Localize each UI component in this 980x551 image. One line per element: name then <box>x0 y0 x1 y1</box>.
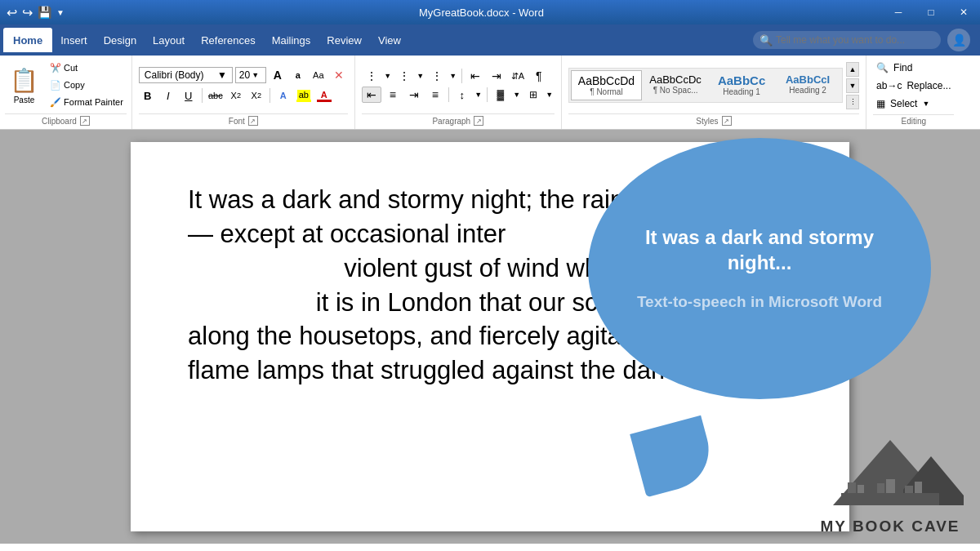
bullets-button[interactable]: ⋮ <box>362 68 381 84</box>
copy-button[interactable]: 📄 Copy <box>47 78 127 92</box>
editing-group: 🔍 Find ab→c Replace... ▦ Select ▼ Editin… <box>866 56 960 129</box>
grow-font-button[interactable]: A <box>269 66 287 84</box>
strikethrough-button[interactable]: abc <box>207 87 225 104</box>
search-icon: 🔍 <box>760 34 773 47</box>
line-spacing-button[interactable]: ↕ <box>452 87 472 103</box>
svg-rect-10 <box>915 482 922 493</box>
style-no-space[interactable]: AaBbCcDc ¶ No Spac... <box>643 70 708 100</box>
shading-dropdown[interactable]: ▼ <box>512 87 522 103</box>
clipboard-label: Clipboard <box>42 117 77 126</box>
style-normal[interactable]: AaBbCcDd ¶ Normal <box>571 70 642 100</box>
svg-rect-6 <box>877 483 884 493</box>
customize-icon[interactable]: ▼ <box>56 8 65 17</box>
font-group: Calibri (Body) ▼ 20 ▼ A a Aa ✕ B I U <box>132 56 355 129</box>
font-color-button[interactable]: A <box>315 87 333 104</box>
clipboard-expand[interactable]: ↗ <box>80 116 90 126</box>
sort-button[interactable]: ⇵A <box>508 68 528 84</box>
styles-expand[interactable]: ↗ <box>722 116 732 126</box>
font-label: Font <box>229 117 245 126</box>
tab-insert[interactable]: Insert <box>52 28 96 52</box>
svg-rect-5 <box>866 481 875 493</box>
numbering-button[interactable]: ⋮ <box>394 68 414 84</box>
styles-scroll-up[interactable]: ▲ <box>846 62 859 77</box>
paragraph-group: ⋮ ▼ ⋮ ▼ ⋮ ▼ ⇤ ⇥ ⇵A ¶ ⇤ ≡ ⇥ ≡ <box>355 56 562 129</box>
minimize-button[interactable]: ─ <box>882 0 915 24</box>
replace-button[interactable]: ab→c Replace... <box>873 78 954 93</box>
speech-bubble-container: It was a dark and stormy night... Text-t… <box>588 138 939 432</box>
svg-rect-3 <box>848 482 856 493</box>
shading-button[interactable]: ▓ <box>491 87 510 103</box>
speech-bubble: It was a dark and stormy night... Text-t… <box>588 138 931 399</box>
editing-label: Editing <box>901 117 926 126</box>
tell-me-search[interactable] <box>753 31 941 49</box>
svg-rect-7 <box>886 479 895 493</box>
multilevel-button[interactable]: ⋮ <box>427 68 447 84</box>
line-spacing-dropdown[interactable]: ▼ <box>474 87 483 103</box>
tab-view[interactable]: View <box>370 28 409 52</box>
style-heading1[interactable]: AaBbCc Heading 1 <box>709 70 774 100</box>
maximize-button[interactable]: □ <box>915 0 947 24</box>
title-bar-text: MyGreatBook.docx - Word <box>419 7 544 19</box>
svg-rect-2 <box>841 493 939 505</box>
font-expand[interactable]: ↗ <box>248 116 258 126</box>
svg-rect-8 <box>897 482 903 493</box>
paragraph-expand[interactable]: ↗ <box>474 116 483 126</box>
close-button[interactable]: ✕ <box>947 0 980 24</box>
svg-rect-4 <box>858 485 864 493</box>
tab-design[interactable]: Design <box>96 28 145 52</box>
tab-home[interactable]: Home <box>3 28 52 52</box>
paste-button[interactable]: 📋 Paste <box>5 64 43 108</box>
speech-bubble-line2: Text-to-speech in Microsoft Word <box>637 291 882 313</box>
change-case-button[interactable]: Aa <box>310 66 327 84</box>
subscript-button[interactable]: X2 <box>227 87 245 104</box>
clear-format-button[interactable]: ✕ <box>330 66 348 84</box>
logo-area: MY BOOK CAVE <box>817 432 964 535</box>
tab-review[interactable]: Review <box>318 28 370 52</box>
redo-icon[interactable]: ↪ <box>22 5 33 20</box>
save-icon[interactable]: 💾 <box>38 6 51 19</box>
borders-dropdown[interactable]: ▼ <box>545 87 555 103</box>
svg-rect-9 <box>905 486 913 493</box>
justify-button[interactable]: ≡ <box>425 87 445 103</box>
bullets-dropdown[interactable]: ▼ <box>383 68 393 84</box>
font-size-dropdown[interactable]: 20 ▼ <box>235 67 266 83</box>
logo-mountain-icon <box>817 432 964 522</box>
borders-button[interactable]: ⊞ <box>523 87 543 103</box>
bold-button[interactable]: B <box>139 87 157 104</box>
decrease-indent-button[interactable]: ⇤ <box>466 68 485 84</box>
highlight-button[interactable]: ab <box>295 87 313 104</box>
styles-group: AaBbCcDd ¶ Normal AaBbCcDc ¶ No Spac... … <box>562 56 866 129</box>
superscript-button[interactable]: X2 <box>247 87 265 104</box>
format-painter-button[interactable]: 🖌️ Format Painter <box>47 96 127 109</box>
tab-references[interactable]: References <box>193 28 263 52</box>
logo-text: MY BOOK CAVE <box>820 518 960 535</box>
numbering-dropdown[interactable]: ▼ <box>416 68 425 84</box>
show-marks-button[interactable]: ¶ <box>529 68 549 84</box>
style-heading2[interactable]: AaBbCcI Heading 2 <box>775 70 840 100</box>
font-family-dropdown[interactable]: Calibri (Body) ▼ <box>139 67 233 83</box>
tab-mailings[interactable]: Mailings <box>264 28 319 52</box>
clipboard-group: 📋 Paste ✂️ Cut 📄 Copy 🖌️ Format Painter … <box>0 56 132 129</box>
user-avatar[interactable]: 👤 <box>947 29 970 51</box>
shrink-font-button[interactable]: a <box>289 66 307 84</box>
styles-more[interactable]: ⋮ <box>846 95 859 109</box>
select-button[interactable]: ▦ Select ▼ <box>873 96 954 111</box>
paragraph-label: Paragraph <box>432 117 470 126</box>
italic-button[interactable]: I <box>159 87 177 104</box>
find-button[interactable]: 🔍 Find <box>873 60 954 75</box>
tab-layout[interactable]: Layout <box>145 28 193 52</box>
text-effects-button[interactable]: A <box>274 87 292 104</box>
align-right-button[interactable]: ⇥ <box>404 87 424 103</box>
align-center-button[interactable]: ≡ <box>383 87 403 103</box>
styles-scroll-down[interactable]: ▼ <box>846 78 859 93</box>
align-left-button[interactable]: ⇤ <box>362 87 381 103</box>
multilevel-dropdown[interactable]: ▼ <box>448 68 458 84</box>
styles-label: Styles <box>696 117 718 126</box>
underline-button[interactable]: U <box>180 87 198 104</box>
cut-button[interactable]: ✂️ Cut <box>47 61 127 75</box>
increase-indent-button[interactable]: ⇥ <box>487 68 506 84</box>
undo-icon[interactable]: ↩ <box>7 5 17 20</box>
speech-bubble-line1: It was a dark and stormy night... <box>629 224 890 275</box>
